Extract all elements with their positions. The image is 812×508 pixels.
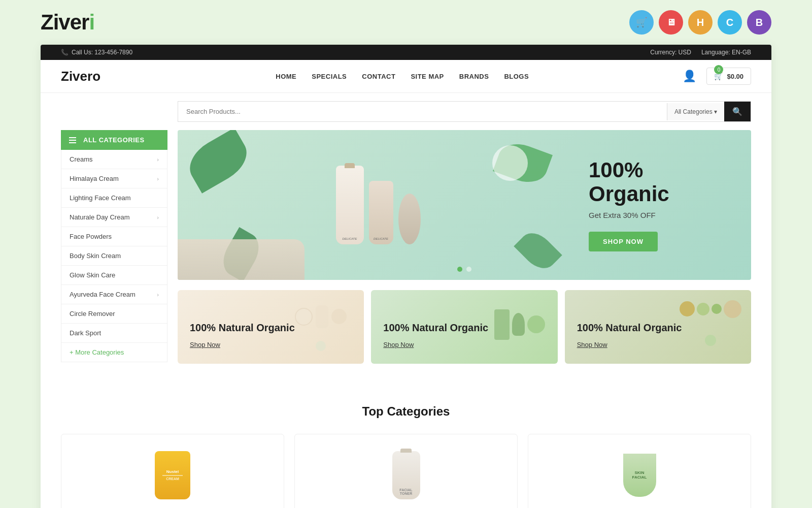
promo-product-deco bbox=[290, 300, 351, 356]
category-image-relaxation: Nustel CREAM bbox=[72, 450, 274, 500]
more-categories[interactable]: + More Categories bbox=[61, 343, 167, 362]
promo-deco-3 bbox=[675, 293, 746, 354]
hero-banner: DELICATE DELICATE 100% bbox=[178, 130, 751, 280]
arrow-icon: › bbox=[157, 176, 159, 182]
circle-decoration bbox=[492, 145, 528, 181]
sidebar-item-label: Body Skin Cream bbox=[70, 252, 121, 260]
nav-contact[interactable]: CONTACT bbox=[362, 73, 395, 80]
hero-subtitle: Get Extra 30% OFF bbox=[589, 211, 726, 219]
category-card-relaxation[interactable]: Nustel CREAM Relaxation bbox=[61, 434, 284, 508]
sidebar-item-label: Creams bbox=[70, 155, 93, 163]
search-container: All Categories ▾ 🔍 bbox=[178, 101, 751, 122]
sidebar-item-body-skin[interactable]: Body Skin Cream bbox=[61, 246, 167, 266]
nav-actions: 👤 🛒 0 $0.00 bbox=[683, 68, 751, 85]
main-container: 📞 Call Us: 123-456-7890 Currency: USD La… bbox=[41, 45, 771, 508]
search-row: All Categories ▾ 🔍 bbox=[61, 93, 751, 122]
search-bar: All Categories ▾ 🔍 bbox=[178, 101, 751, 122]
section-title: Top Categories bbox=[61, 404, 751, 419]
nav-sitemap[interactable]: SITE MAP bbox=[411, 73, 444, 80]
sidebar-item-himalaya[interactable]: Himalaya Cream › bbox=[61, 169, 167, 188]
product-facial-toner: FACIALTONER bbox=[392, 451, 420, 499]
content-wrapper: All Categories ▾ 🔍 ALL CATEGORIES bbox=[41, 93, 771, 404]
leaf-decoration-1 bbox=[182, 130, 255, 194]
hero-shop-now-button[interactable]: SHOP NOW bbox=[589, 232, 658, 251]
sidebar-item-label: Face Powders bbox=[70, 233, 112, 240]
main-right: DELICATE DELICATE 100% bbox=[167, 130, 751, 384]
top-categories-section: Top Categories Nustel CREAM Relaxation bbox=[41, 404, 771, 508]
search-button[interactable]: 🔍 bbox=[724, 102, 751, 121]
html5-platform-icon[interactable]: H bbox=[688, 10, 713, 35]
product-skin-facial: SKINFACIAL bbox=[623, 454, 656, 497]
promo-banner-1: 100% Natural Organic Shop Now bbox=[178, 290, 364, 364]
info-bar-right: Currency: USD Language: EN-GB bbox=[650, 49, 751, 56]
sidebar-item-naturale[interactable]: Naturale Day Cream › bbox=[61, 208, 167, 227]
leaf-decoration-4 bbox=[514, 227, 562, 275]
category-card-facial-toner[interactable]: FACIALTONER Facial Toner bbox=[294, 434, 518, 508]
sidebar-item-ayurveda[interactable]: Ayurveda Face Cream › bbox=[61, 285, 167, 304]
search-input[interactable] bbox=[178, 103, 667, 120]
top-icon-bar: 🛒 🖥 H C B bbox=[629, 10, 771, 35]
promo-banner-3: 100% Natural Organic Shop Now bbox=[565, 290, 751, 364]
language-selector[interactable]: Language: EN-GB bbox=[701, 49, 751, 56]
promo-banner-2: 100% Natural Organic Shop Now bbox=[371, 290, 557, 364]
category-card-skin-facial[interactable]: SKINFACIAL Skin Facial bbox=[528, 434, 751, 508]
category-dropdown[interactable]: All Categories ▾ bbox=[667, 103, 724, 120]
product-relaxation: Nustel CREAM bbox=[155, 451, 190, 499]
css3-platform-icon[interactable]: C bbox=[718, 10, 742, 35]
sidebar-item-label: Circle Remover bbox=[70, 310, 115, 318]
sidebar: ALL CATEGORIES Creams › Himalaya Cream ›… bbox=[61, 130, 167, 384]
nav-home[interactable]: HOME bbox=[276, 73, 296, 80]
arrow-icon: › bbox=[157, 156, 159, 163]
hamburger-icon bbox=[69, 137, 76, 143]
cart-amount: $0.00 bbox=[727, 73, 743, 80]
bottle-medium: DELICATE bbox=[369, 181, 393, 244]
promo-deco-1 bbox=[278, 295, 359, 356]
main-logo: Ziveri bbox=[41, 10, 94, 35]
info-bar: 📞 Call Us: 123-456-7890 Currency: USD La… bbox=[41, 45, 771, 60]
monitor-platform-icon[interactable]: 🖥 bbox=[659, 10, 683, 35]
categories-grid: Nustel CREAM Relaxation FACIALTONER bbox=[61, 434, 751, 508]
nav-logo: Zivero bbox=[61, 69, 122, 84]
sidebar-item-dark[interactable]: Dark Sport bbox=[61, 324, 167, 343]
sidebar-item-label: Naturale Day Cream bbox=[70, 213, 130, 221]
bottle-large: DELICATE bbox=[336, 166, 364, 244]
cart-platform-icon[interactable]: 🛒 bbox=[629, 10, 654, 35]
main-layout: ALL CATEGORIES Creams › Himalaya Cream ›… bbox=[61, 122, 751, 404]
bottle-label: DELICATE bbox=[374, 237, 388, 240]
sidebar-item-glow[interactable]: Glow Skin Care bbox=[61, 266, 167, 285]
hero-image-section: DELICATE DELICATE bbox=[178, 130, 579, 280]
sidebar-item-circle[interactable]: Circle Remover bbox=[61, 304, 167, 324]
currency-selector[interactable]: Currency: USD bbox=[650, 49, 691, 56]
sidebar-header: ALL CATEGORIES bbox=[61, 130, 167, 150]
nav-links: HOME SPECIALS CONTACT SITE MAP BRANDS BL… bbox=[142, 73, 662, 80]
sidebar-item-lighting-face[interactable]: Lighting Face Cream bbox=[61, 188, 167, 208]
category-image-facial-toner: FACIALTONER bbox=[305, 450, 507, 500]
sidebar-menu: Creams › Himalaya Cream › Lighting Face … bbox=[61, 150, 167, 362]
promo-deco-2 bbox=[487, 295, 553, 354]
hero-title: 100% Organic bbox=[589, 158, 726, 205]
category-image-skin-facial: SKINFACIAL bbox=[538, 450, 740, 500]
user-account-icon[interactable]: 👤 bbox=[683, 70, 696, 83]
bootstrap-platform-icon[interactable]: B bbox=[747, 10, 771, 35]
nav-bar: Zivero HOME SPECIALS CONTACT SITE MAP BR… bbox=[41, 60, 771, 93]
top-header: Ziveri 🛒 🖥 H C B bbox=[0, 0, 812, 45]
bottle-label: DELICATE bbox=[343, 237, 357, 240]
hero-dot-2[interactable] bbox=[466, 267, 471, 272]
sidebar-item-label: Glow Skin Care bbox=[70, 271, 115, 279]
nav-blogs[interactable]: BLOGS bbox=[504, 73, 529, 80]
nav-brands[interactable]: BRANDS bbox=[459, 73, 489, 80]
cart-button[interactable]: 🛒 0 $0.00 bbox=[706, 68, 751, 85]
more-categories-label: + More Categories bbox=[70, 348, 124, 356]
bottle-small bbox=[398, 194, 421, 244]
sidebar-item-creams[interactable]: Creams › bbox=[61, 150, 167, 169]
product-bottles: DELICATE DELICATE bbox=[326, 155, 431, 255]
sidebar-item-label: Ayurveda Face Cream bbox=[70, 291, 136, 298]
hero-carousel-dots bbox=[457, 267, 471, 272]
arrow-icon: › bbox=[157, 292, 159, 298]
nav-specials[interactable]: SPECIALS bbox=[312, 73, 347, 80]
sidebar-item-label: Lighting Face Cream bbox=[70, 194, 131, 202]
hero-dot-1[interactable] bbox=[457, 267, 462, 272]
sidebar-item-label: Dark Sport bbox=[70, 329, 101, 337]
sidebar-item-face-powders[interactable]: Face Powders bbox=[61, 227, 167, 246]
sidebar-header-label: ALL CATEGORIES bbox=[83, 136, 145, 144]
